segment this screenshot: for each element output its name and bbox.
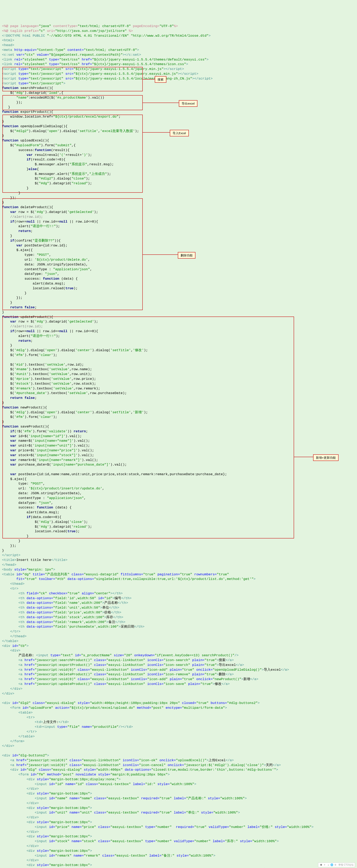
export-label: 导出excel (179, 100, 198, 107)
search-label: 搜索 (155, 76, 167, 83)
down-icon[interactable]: ↓ (327, 863, 330, 867)
import-label: 导入Excel (170, 130, 189, 136)
bottom-text[interactable]: 举报 CTO论坛 (338, 863, 354, 867)
star-icon[interactable]: ☆ (334, 863, 337, 867)
import-line (143, 132, 170, 133)
share-icon[interactable]: ⊕ (320, 863, 323, 867)
code-area: <%@ page language="java" contentType="te… (0, 19, 357, 868)
addupdate-line (294, 457, 313, 457)
bottom-toolbar: ⊕ ↑ ↓ 🌐 ☆ 举报 CTO论坛 (318, 863, 355, 867)
search-line (143, 79, 155, 80)
up-icon[interactable]: ↑ (323, 863, 326, 867)
addupdate-label: 新增+更新功能 (313, 454, 338, 461)
delete-label: 删除功能 (178, 252, 196, 259)
globe-icon[interactable]: 🌐 (330, 863, 333, 867)
delete-line (143, 254, 178, 255)
export-line (143, 102, 179, 103)
